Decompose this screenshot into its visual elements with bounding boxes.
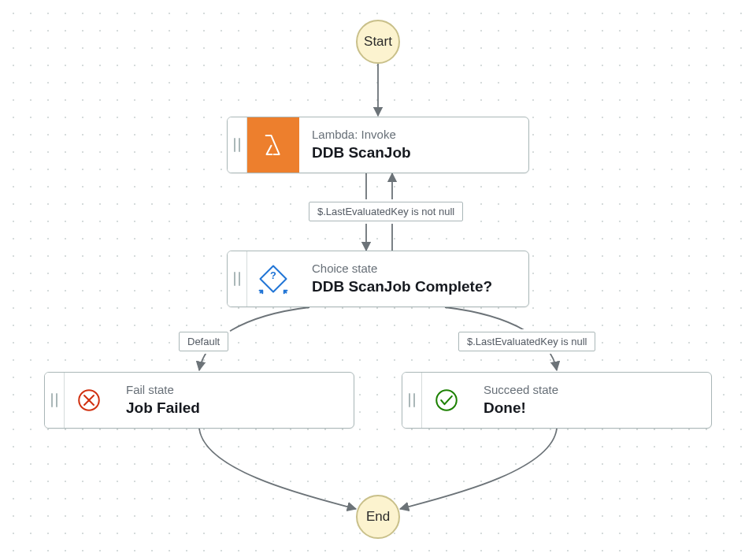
node-type-label: Succeed state [484,383,699,397]
node-type-label: Choice state [312,262,516,276]
edge-label-default: Default [179,332,228,351]
node-title: DDB ScanJob Complete? [312,277,516,296]
lambda-icon [247,117,299,173]
node-title: Job Failed [126,399,341,418]
edge-label-succeed: $.LastEvaluatedKey is null [458,332,595,351]
choice-icon: ? [247,251,299,306]
svg-point-2 [436,390,457,410]
node-title: DDB ScanJob [312,143,516,162]
fail-icon [65,373,113,428]
node-type-label: Lambda: Invoke [312,128,516,142]
succeed-icon [422,373,471,428]
drag-handle-icon[interactable] [45,373,65,428]
edge-label-loop: $.LastEvaluatedKey is not null [309,202,463,221]
node-fail-job-failed[interactable]: Fail state Job Failed [44,372,354,429]
drag-handle-icon[interactable] [402,373,422,428]
node-type-label: Fail state [126,383,341,397]
node-title: Done! [484,399,699,418]
start-label: Start [364,34,392,50]
end-terminal[interactable]: End [356,495,400,539]
drag-handle-icon[interactable] [228,251,247,306]
drag-handle-icon[interactable] [228,117,247,173]
end-label: End [366,509,390,525]
node-lambda-ddb-scanjob[interactable]: Lambda: Invoke DDB ScanJob [227,117,529,173]
node-choice-ddb-complete[interactable]: ? Choice state DDB ScanJob Complete? [227,251,529,307]
start-terminal[interactable]: Start [356,20,400,64]
svg-text:?: ? [270,269,276,281]
node-succeed-done[interactable]: Succeed state Done! [402,372,712,429]
